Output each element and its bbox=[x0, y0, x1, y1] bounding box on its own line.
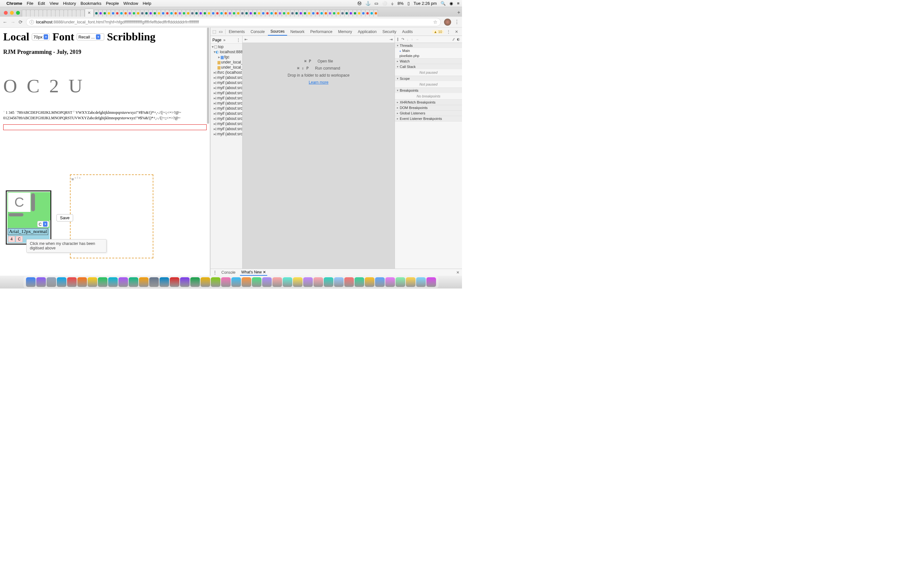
browser-tab[interactable] bbox=[332, 10, 336, 17]
page-scrollbar[interactable] bbox=[207, 27, 209, 276]
tree-myif[interactable]: ▸myif (about:srcd bbox=[210, 80, 242, 85]
tab-performance[interactable]: Performance bbox=[308, 28, 335, 35]
browser-tab[interactable] bbox=[252, 10, 257, 17]
tab-sources[interactable]: Sources bbox=[268, 28, 287, 35]
tree-myif[interactable]: ▸myif (about:srcd bbox=[210, 131, 242, 137]
pause-exceptions-icon[interactable]: ◐ bbox=[457, 37, 460, 41]
browser-tab[interactable] bbox=[369, 10, 374, 17]
reload-button[interactable]: ⟳ bbox=[19, 19, 23, 25]
browser-tab[interactable] bbox=[51, 10, 55, 17]
browser-tab[interactable] bbox=[365, 10, 370, 17]
browser-tab[interactable] bbox=[265, 10, 270, 17]
browser-tab[interactable] bbox=[132, 10, 136, 17]
browser-tab[interactable] bbox=[315, 10, 320, 17]
menu-help[interactable]: Help bbox=[143, 1, 152, 6]
browser-tab[interactable] bbox=[202, 10, 207, 17]
editor-collapse-icon[interactable]: ⇤ bbox=[244, 37, 248, 42]
browser-tab[interactable] bbox=[111, 10, 115, 17]
status-siri-icon[interactable]: ◉ bbox=[449, 1, 453, 6]
pause-icon[interactable]: ∥ bbox=[397, 37, 399, 41]
status-wifi-icon[interactable]: ⏚ bbox=[391, 1, 394, 6]
browser-tab[interactable] bbox=[47, 10, 51, 17]
devtools-close-icon[interactable]: ✕ bbox=[453, 29, 460, 34]
browser-tab[interactable] bbox=[228, 10, 232, 17]
browser-tab[interactable] bbox=[198, 10, 203, 17]
editor-expand-icon[interactable]: ⇥ bbox=[389, 37, 393, 42]
browser-tab[interactable] bbox=[307, 10, 311, 17]
tree-host[interactable]: localhost:8888 bbox=[220, 50, 242, 54]
browser-tab[interactable] bbox=[223, 10, 228, 17]
dock-app-icon[interactable] bbox=[221, 277, 231, 287]
dock-app-icon[interactable] bbox=[385, 277, 395, 287]
warning-badge[interactable]: ▲ 10 bbox=[432, 30, 444, 34]
step-icon[interactable]: → bbox=[415, 37, 419, 41]
dock-app-icon[interactable] bbox=[36, 277, 46, 287]
tab-application[interactable]: Application bbox=[355, 28, 379, 35]
dock-app-icon[interactable] bbox=[396, 277, 405, 287]
menu-file[interactable]: File bbox=[27, 1, 33, 6]
dock-app-icon[interactable] bbox=[57, 277, 66, 287]
browser-tab[interactable] bbox=[286, 10, 290, 17]
browser-tab[interactable] bbox=[68, 10, 72, 17]
save-button[interactable]: Save bbox=[57, 214, 73, 221]
status-a-icon[interactable]: ⚓ bbox=[365, 1, 371, 6]
dock-app-icon[interactable] bbox=[231, 277, 241, 287]
dock-app-icon[interactable] bbox=[160, 277, 169, 287]
navigator-menu-icon[interactable]: ⋮ bbox=[236, 38, 240, 42]
menu-window[interactable]: Window bbox=[123, 1, 138, 6]
dock-app-icon[interactable] bbox=[406, 277, 415, 287]
browser-tab[interactable] bbox=[157, 10, 161, 17]
browser-tab[interactable] bbox=[43, 10, 47, 17]
tree-myif[interactable]: ▸myif (about:srcd bbox=[210, 116, 242, 121]
tree-myif[interactable]: ▸myif (about:srcd bbox=[210, 111, 242, 116]
browser-tab[interactable] bbox=[148, 10, 153, 17]
browser-tab[interactable] bbox=[261, 10, 265, 17]
threads-header[interactable]: Threads bbox=[400, 44, 413, 47]
dock-app-icon[interactable] bbox=[129, 277, 138, 287]
learn-more-link[interactable]: Learn more bbox=[309, 80, 328, 85]
recall-select[interactable]: Recall ...▾ bbox=[77, 33, 104, 40]
browser-tab[interactable] bbox=[282, 10, 286, 17]
new-tab-button[interactable]: + bbox=[456, 10, 462, 17]
dock-app-icon[interactable] bbox=[118, 277, 128, 287]
browser-tab[interactable] bbox=[76, 10, 81, 17]
browser-tab[interactable] bbox=[55, 10, 60, 17]
tree-myif[interactable]: ▸myif (about:srcd bbox=[210, 121, 242, 126]
step-over-icon[interactable]: ↷ bbox=[401, 37, 404, 41]
step-out-icon[interactable]: ↑ bbox=[411, 37, 413, 41]
browser-tab[interactable] bbox=[248, 10, 253, 17]
minimize-window-button[interactable] bbox=[10, 11, 14, 15]
browser-tab[interactable] bbox=[178, 10, 182, 17]
browser-tab[interactable] bbox=[119, 10, 124, 17]
dock-app-icon[interactable] bbox=[98, 277, 107, 287]
browser-tab[interactable] bbox=[152, 10, 157, 17]
navigator-more-icon[interactable]: » bbox=[223, 38, 226, 42]
back-button[interactable]: ← bbox=[3, 19, 7, 25]
pink-cell-1[interactable]: 4 bbox=[8, 236, 15, 242]
browser-tab[interactable] bbox=[240, 10, 244, 17]
profile-avatar[interactable] bbox=[444, 19, 451, 26]
browser-tab[interactable] bbox=[182, 10, 186, 17]
tree-file[interactable]: under_local_fo bbox=[221, 65, 242, 69]
browser-tab[interactable] bbox=[80, 10, 85, 17]
drawer-console-tab[interactable]: Console bbox=[220, 269, 237, 276]
browser-tab[interactable] bbox=[165, 10, 170, 17]
browser-tab[interactable] bbox=[22, 10, 26, 17]
chrome-menu-icon[interactable]: ⋮ bbox=[454, 19, 459, 25]
dock-app-icon[interactable] bbox=[242, 277, 251, 287]
browser-tab[interactable] bbox=[336, 10, 341, 17]
browser-tab[interactable] bbox=[236, 10, 240, 17]
browser-tab[interactable] bbox=[219, 10, 224, 17]
dock-app-icon[interactable] bbox=[180, 277, 190, 287]
tree-ifsrc[interactable]: ifsrc (localhost:/) bbox=[217, 70, 242, 75]
thread-pixellate[interactable]: pixellate.php bbox=[395, 53, 462, 58]
browser-tab[interactable] bbox=[311, 10, 315, 17]
glyph-select[interactable]: C▾ bbox=[37, 221, 49, 227]
callstack-header[interactable]: Call Stack bbox=[400, 65, 416, 69]
dock-app-icon[interactable] bbox=[67, 277, 77, 287]
browser-tab[interactable] bbox=[115, 10, 120, 17]
dock-app-icon[interactable] bbox=[365, 277, 375, 287]
menu-history[interactable]: History bbox=[63, 1, 76, 6]
dock-app-icon[interactable] bbox=[87, 277, 97, 287]
device-icon[interactable]: ▭ bbox=[219, 29, 223, 34]
